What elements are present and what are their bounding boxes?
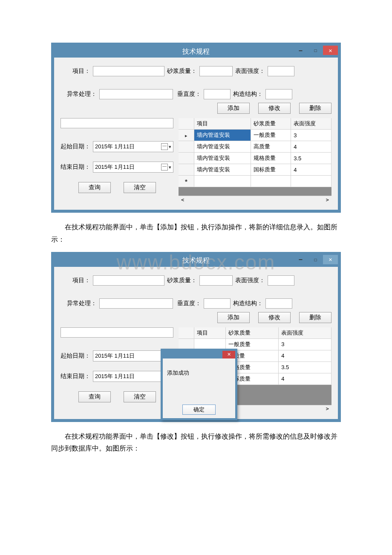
tech-spec-window-2: www.bdocx.com 技术规程 项目： 砂浆质量： 表面强度： 异常处理：	[51, 252, 341, 422]
vertical-input[interactable]	[204, 298, 231, 309]
table-row[interactable]: 墙内管道安装 一般质量 3	[179, 130, 331, 141]
surface-input[interactable]	[268, 66, 294, 76]
horizontal-scrollbar[interactable]: < >	[179, 196, 331, 203]
start-date-picker[interactable]: 2015年 1月11日 ▾	[93, 141, 173, 152]
query-button[interactable]: 查询	[78, 391, 111, 402]
scroll-right-icon[interactable]: >	[323, 406, 331, 412]
data-grid[interactable]: 项目 砂浆质量 表面强度 墙内管道安装 一般质量 3	[179, 118, 331, 187]
exception-label: 异常处理：	[61, 90, 97, 98]
dialog-message: 添加成功	[167, 370, 189, 376]
project-label: 项目：	[61, 67, 90, 75]
enddate-value: 2015年 1月11日	[95, 373, 135, 380]
maximize-button[interactable]	[308, 46, 323, 55]
startdate-value: 2015年 1月11日	[95, 352, 135, 360]
minimize-button[interactable]	[293, 255, 308, 264]
query-button[interactable]: 查询	[78, 182, 111, 193]
paragraph-add: 在技术规程功能界面中，单击【添加】按钮，执行添加操作，将新的详细信息录入。如图所…	[51, 221, 341, 246]
modify-button[interactable]: 修改	[258, 312, 291, 323]
mortar-input[interactable]	[199, 275, 233, 286]
calendar-icon	[161, 143, 168, 150]
titlebar: 技术规程	[54, 255, 338, 267]
vertical-input[interactable]	[204, 89, 231, 99]
dialog-ok-button[interactable]: 确定	[182, 405, 216, 415]
clear-button[interactable]: 清空	[124, 182, 156, 193]
titlebar: 技术规程	[54, 46, 338, 58]
maximize-button[interactable]	[308, 255, 323, 264]
col-project[interactable]: 项目	[194, 118, 251, 130]
search-input[interactable]	[61, 327, 173, 338]
add-button[interactable]: 添加	[217, 312, 250, 323]
add-success-dialog: 添加成功 确定	[161, 349, 237, 420]
struct-label: 构造结构：	[233, 90, 263, 98]
calendar-icon	[161, 164, 168, 171]
col-mortar[interactable]: 砂浆质量	[226, 327, 279, 339]
mortar-label: 砂浆质量：	[167, 67, 197, 75]
project-input[interactable]	[93, 275, 164, 286]
surface-input[interactable]	[268, 275, 294, 286]
minimize-button[interactable]	[293, 46, 308, 55]
row-header-corner	[179, 327, 194, 339]
enddate-label: 结束日期：	[61, 373, 90, 380]
col-project[interactable]: 项目	[194, 327, 226, 339]
table-row[interactable]: 墙内管道安装 高质量 4	[179, 141, 331, 153]
end-date-picker[interactable]: 2015年 1月11日 ▾	[93, 162, 173, 173]
scroll-left-icon[interactable]: <	[179, 197, 187, 203]
struct-label: 构造结构：	[233, 300, 263, 307]
new-row-icon	[179, 176, 194, 187]
project-label: 项目：	[61, 277, 90, 284]
startdate-label: 起始日期：	[61, 352, 90, 360]
mortar-input[interactable]	[199, 66, 233, 76]
delete-button[interactable]: 删除	[299, 312, 331, 323]
table-row[interactable]: 墙内管道安装 国标质量 4	[179, 164, 331, 176]
exception-label: 异常处理：	[61, 300, 97, 307]
close-button[interactable]	[323, 255, 338, 264]
struct-input[interactable]	[265, 298, 292, 309]
add-button[interactable]: 添加	[217, 103, 250, 114]
window-title: 技术规程	[182, 47, 210, 56]
enddate-value: 2015年 1月11日	[95, 163, 135, 171]
surface-label: 表面强度：	[235, 67, 265, 75]
row-header-corner	[179, 118, 194, 130]
surface-label: 表面强度：	[235, 277, 265, 284]
paragraph-modify: 在技术规程功能界面中，单击【修改】按钮，执行修改操作，将所需修改的信息及时修改并…	[51, 431, 341, 455]
exception-input[interactable]	[99, 298, 173, 309]
close-button[interactable]	[323, 46, 338, 55]
enddate-label: 结束日期：	[61, 163, 90, 171]
tech-spec-window-1: 技术规程 项目： 砂浆质量： 表面强度： 异常处理： 垂直度： 构	[51, 43, 341, 213]
new-row[interactable]	[179, 176, 331, 187]
col-surface[interactable]: 表面强度	[279, 327, 331, 339]
search-input[interactable]	[61, 118, 173, 128]
table-row[interactable]: 墙内管道安装 规格质量 3.5	[179, 153, 331, 164]
startdate-label: 起始日期：	[61, 143, 90, 150]
chevron-down-icon: ▾	[169, 165, 171, 170]
col-mortar[interactable]: 砂浆质量	[251, 118, 291, 130]
vertical-label: 垂直度：	[176, 90, 201, 98]
row-indicator-icon	[179, 130, 194, 141]
col-surface[interactable]: 表面强度	[291, 118, 331, 130]
vertical-label: 垂直度：	[176, 300, 201, 307]
startdate-value: 2015年 1月11日	[95, 143, 135, 150]
modify-button[interactable]: 修改	[258, 103, 291, 114]
exception-input[interactable]	[99, 89, 173, 99]
chevron-down-icon: ▾	[169, 144, 171, 150]
project-input[interactable]	[93, 66, 164, 76]
delete-button[interactable]: 删除	[299, 103, 331, 114]
scroll-right-icon[interactable]: >	[323, 197, 331, 203]
struct-input[interactable]	[265, 89, 292, 99]
dialog-close-button[interactable]	[222, 351, 235, 358]
window-title: 技术规程	[182, 256, 210, 265]
clear-button[interactable]: 清空	[124, 391, 156, 402]
mortar-label: 砂浆质量：	[167, 277, 197, 284]
